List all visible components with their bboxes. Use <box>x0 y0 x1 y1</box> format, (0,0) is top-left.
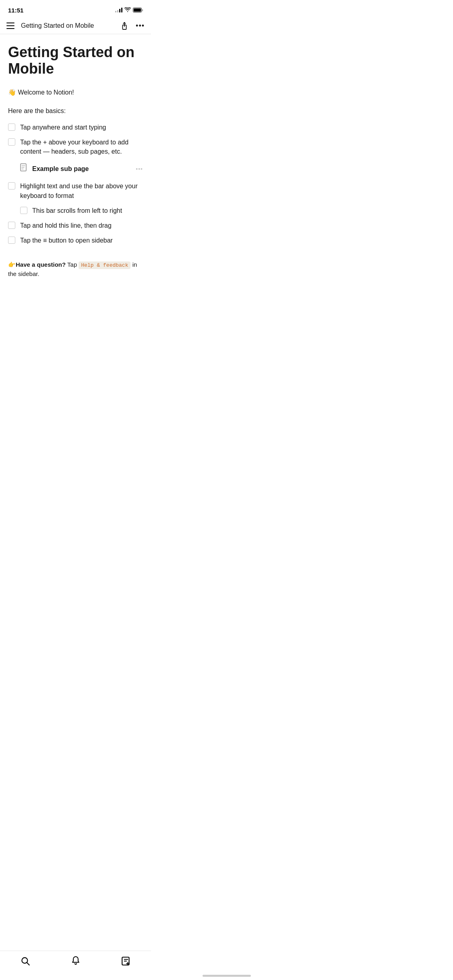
battery-icon <box>133 8 143 12</box>
more-icon[interactable]: ••• <box>136 22 145 30</box>
wifi-icon <box>124 7 131 13</box>
footer-note: 👉Have a question? Tap Help & feedback in… <box>8 260 143 286</box>
status-bar: 11:51 <box>0 0 151 18</box>
welcome-line: 👋 Welcome to Notion! <box>8 89 143 96</box>
list-item: Highlight text and use the bar above you… <box>8 179 143 202</box>
status-time: 11:51 <box>8 7 23 14</box>
basics-label: Here are the basics: <box>8 107 143 115</box>
checklist: Tap anywhere and start typing Tap the + … <box>8 120 143 248</box>
checkbox-4[interactable] <box>8 222 15 229</box>
sub-page-label: Example sub page <box>32 165 132 173</box>
page-icon <box>20 163 28 174</box>
share-icon[interactable] <box>120 21 129 31</box>
nav-bar: Getting Started on Mobile ••• <box>0 18 151 34</box>
footer-middle: Tap <box>66 261 79 268</box>
check-text-4: Tap and hold this line, then drag <box>20 221 143 230</box>
page-title: Getting Started on Mobile <box>8 44 143 77</box>
list-item: Tap the + above your keyboard to add con… <box>8 135 143 159</box>
check-text-3a: This bar scrolls from left to right <box>32 206 143 215</box>
checkbox-5[interactable] <box>8 237 15 244</box>
list-item: Tap and hold this line, then drag <box>8 218 143 233</box>
status-icons <box>115 7 143 13</box>
checkbox-3a[interactable] <box>20 207 27 214</box>
check-text-3: Highlight text and use the bar above you… <box>20 181 143 200</box>
checkbox-1[interactable] <box>8 124 15 131</box>
footer-emoji: 👉 <box>8 261 16 268</box>
checkbox-3[interactable] <box>8 182 15 189</box>
welcome-text: Welcome to Notion! <box>16 89 74 96</box>
nav-actions: ••• <box>120 21 145 31</box>
page-content: Getting Started on Mobile 👋 Welcome to N… <box>0 34 151 294</box>
help-feedback-badge[interactable]: Help & feedback <box>79 261 130 269</box>
list-item: Tap the ≡ button to open sidebar <box>8 233 143 247</box>
footer-bold: Have a question? <box>16 261 66 268</box>
list-item: Tap anywhere and start typing <box>8 120 143 134</box>
list-item: This bar scrolls from left to right <box>8 204 143 218</box>
signal-icon <box>115 8 122 12</box>
welcome-emoji: 👋 <box>8 89 16 96</box>
checkbox-2[interactable] <box>8 138 15 146</box>
sub-page-more-icon[interactable]: ••• <box>136 166 143 172</box>
check-text-5: Tap the ≡ button to open sidebar <box>20 236 143 245</box>
sub-page-item[interactable]: Example sub page ••• <box>8 159 143 178</box>
check-text-2: Tap the + above your keyboard to add con… <box>20 138 143 156</box>
menu-icon[interactable] <box>6 21 16 31</box>
check-text-1: Tap anywhere and start typing <box>20 123 143 132</box>
nav-title: Getting Started on Mobile <box>21 22 120 29</box>
